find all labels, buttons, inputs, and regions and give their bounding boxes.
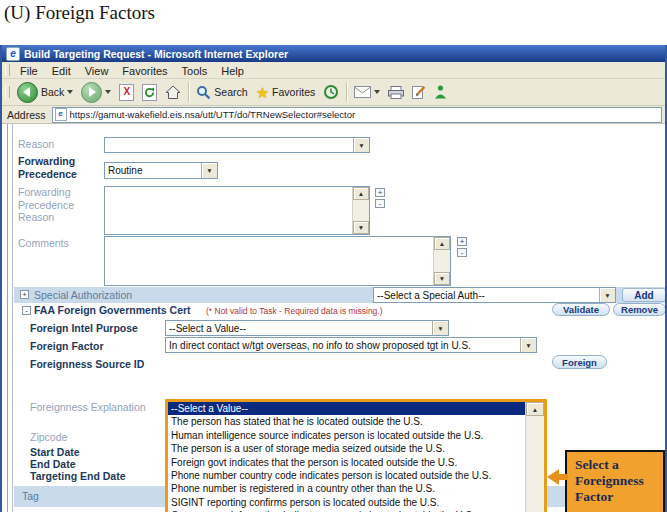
scroll-up-icon[interactable]: ▲ <box>434 237 450 250</box>
dropdown-arrow-icon[interactable]: ▼ <box>353 138 369 152</box>
stop-button[interactable]: X <box>115 80 138 104</box>
mail-icon <box>354 86 371 98</box>
foreign-factor-select[interactable]: In direct contact w/tgt overseas, no inf… <box>165 337 537 353</box>
dropdown-arrow-icon[interactable]: ▼ <box>432 321 448 335</box>
favorites-label: Favorites <box>272 86 315 98</box>
mail-dropdown-caret[interactable] <box>374 90 380 94</box>
validate-button[interactable]: Validate <box>552 303 610 316</box>
special-auth-add-button[interactable]: Add <box>622 288 665 302</box>
foreign-factor-options: --Select a Value--The person has stated … <box>168 402 525 512</box>
foreign-factor-option[interactable]: Phone number is registered in a country … <box>168 482 525 495</box>
favorites-star-icon: ★ <box>256 85 269 100</box>
forwarding-precedence-value: Routine <box>105 165 201 176</box>
remove-button[interactable]: Remove <box>613 303 665 316</box>
forwarding-precedence-reason-textarea[interactable]: ▲ ▼ <box>104 186 370 235</box>
screenshot-page: (U) Foreign Factors e Build Targeting Re… <box>0 0 667 512</box>
collapse-field-icon[interactable]: - <box>375 199 385 208</box>
url-text: https://gamut-wakefield.eis.nsa/utt/UTT/… <box>70 109 356 120</box>
internet-explorer-icon: e <box>6 47 20 61</box>
special-auth-value: --Select a Special Auth-- <box>374 290 599 301</box>
special-auth-select[interactable]: --Select a Special Auth-- ▼ <box>373 287 616 303</box>
menu-item-favorites[interactable]: Favorites <box>115 65 174 77</box>
browser-title: Build Targeting Request - Microsoft Inte… <box>24 48 288 60</box>
menu-item-edit[interactable]: Edit <box>45 65 78 77</box>
back-button[interactable]: Back <box>13 80 77 104</box>
foreign-factor-option[interactable]: Human intelligence source indicates pers… <box>168 429 525 442</box>
forwarding-precedence-label: Forwarding Precedence <box>18 155 106 181</box>
forward-dropdown-caret[interactable] <box>105 90 111 94</box>
toolbar-separator <box>188 82 189 102</box>
browser-title-bar: e Build Targeting Request - Microsoft In… <box>2 45 665 62</box>
form-left-border <box>7 124 8 512</box>
edit-button[interactable] <box>408 80 430 104</box>
expand-field-icon[interactable]: + <box>457 237 467 246</box>
textarea-scrollbar[interactable]: ▲ ▼ <box>352 187 369 234</box>
browser-content: Reason ▼ Forwarding Precedence Routine ▼… <box>2 124 665 512</box>
history-icon <box>323 84 339 100</box>
forward-button[interactable] <box>77 80 115 104</box>
mail-button[interactable] <box>350 80 384 104</box>
comments-textarea[interactable]: ▲ ▼ <box>104 236 451 286</box>
scroll-down-icon[interactable]: ▼ <box>353 221 369 234</box>
scroll-down-icon[interactable]: ▼ <box>434 272 450 285</box>
foreign-factor-option[interactable]: Phone number country code indicates pers… <box>168 469 525 482</box>
callout-arrow-stem <box>558 474 568 480</box>
foreign-button[interactable]: Foreign <box>552 355 607 369</box>
faa-cert-title: FAA Foreign Governments Cert <box>34 304 191 317</box>
page-icon: e <box>55 108 67 121</box>
textarea-scrollbar[interactable]: ▲ ▼ <box>433 237 450 285</box>
search-label: Search <box>214 86 247 98</box>
foreign-factor-option[interactable]: --Select a Value-- <box>168 402 525 415</box>
refresh-icon <box>142 84 157 101</box>
dropdown-arrow-icon[interactable]: ▼ <box>520 338 536 352</box>
comments-label: Comments <box>18 237 69 250</box>
collapse-field-icon[interactable]: - <box>457 248 467 257</box>
favorites-button[interactable]: ★ Favorites <box>252 80 320 104</box>
zipcode-label: Zipcode <box>30 431 67 444</box>
back-label: Back <box>41 86 64 98</box>
menu-item-file[interactable]: File <box>13 65 45 77</box>
foreign-factor-option[interactable]: Foreign govt indicates that the person i… <box>168 456 525 469</box>
listbox-scrollbar[interactable]: ▲ ▼ <box>525 402 544 512</box>
forwarding-precedence-reason-label: Forwarding Precedence Reason <box>18 186 90 224</box>
dropdown-arrow-icon[interactable]: ▼ <box>201 163 217 178</box>
faa-validation-note: (* Not valid to Task - Required data is … <box>206 306 383 316</box>
messenger-button[interactable] <box>430 80 451 104</box>
menu-item-help[interactable]: Help <box>214 65 251 77</box>
search-icon <box>196 85 211 100</box>
foreign-intel-purpose-label: Foreign Intel Purpose <box>30 322 138 335</box>
history-button[interactable] <box>319 80 343 104</box>
edit-icon <box>412 85 426 99</box>
refresh-button[interactable] <box>138 80 161 104</box>
foreign-factor-option[interactable]: The person is a user of storage media se… <box>168 442 525 455</box>
expand-field-icon[interactable]: + <box>375 188 385 197</box>
page-title: (U) Foreign Factors <box>4 2 155 24</box>
menu-bar: FileEditViewFavoritesToolsHelp <box>2 62 665 79</box>
foreign-intel-purpose-value: --Select a Value-- <box>166 323 432 334</box>
print-button[interactable] <box>384 80 408 104</box>
foreign-factor-option[interactable]: SIGINT reporting confirms person is loca… <box>168 496 525 509</box>
reason-field[interactable]: ▼ <box>104 137 370 153</box>
browser-window: e Build Targeting Request - Microsoft In… <box>0 45 667 512</box>
expand-section-icon[interactable]: + <box>20 290 29 299</box>
foreign-intel-purpose-select[interactable]: --Select a Value-- ▼ <box>165 320 449 336</box>
back-dropdown-caret[interactable] <box>67 90 73 94</box>
back-icon <box>17 82 38 103</box>
foreign-factor-option[interactable]: The person has stated that he is located… <box>168 415 525 428</box>
scroll-up-icon[interactable]: ▲ <box>353 187 369 200</box>
scroll-up-icon[interactable]: ▲ <box>526 402 544 416</box>
foreignness-explanation-label: Foreignness Explanation <box>30 401 146 414</box>
home-button[interactable] <box>161 80 185 104</box>
foreign-factor-value: In direct contact w/tgt overseas, no inf… <box>166 340 520 351</box>
forwarding-precedence-select[interactable]: Routine ▼ <box>104 162 218 179</box>
dropdown-arrow-icon[interactable]: ▼ <box>599 288 615 302</box>
search-button[interactable]: Search <box>192 80 251 104</box>
address-input[interactable]: e https://gamut-wakefield.eis.nsa/utt/UT… <box>52 107 662 123</box>
address-label: Address <box>7 109 46 121</box>
forward-icon <box>81 82 102 103</box>
collapse-section-icon[interactable]: - <box>22 306 31 315</box>
menu-item-tools[interactable]: Tools <box>175 65 215 77</box>
address-bar: Address e https://gamut-wakefield.eis.ns… <box>2 106 665 124</box>
menu-item-view[interactable]: View <box>78 65 116 77</box>
menu-items: FileEditViewFavoritesToolsHelp <box>13 61 251 79</box>
